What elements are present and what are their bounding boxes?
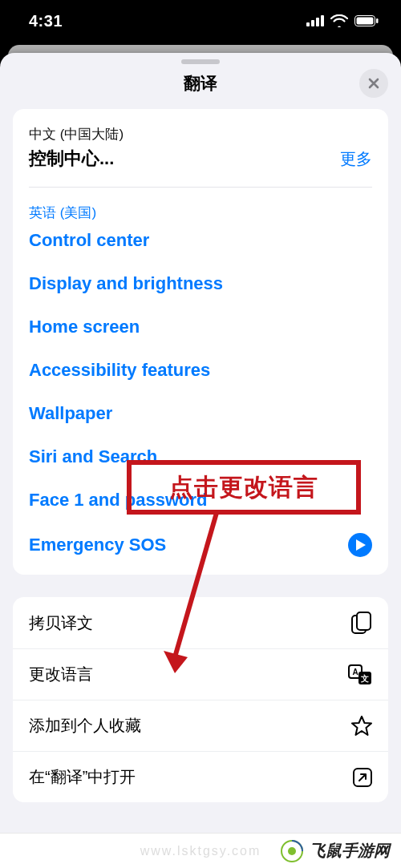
add-favorite-row[interactable]: 添加到个人收藏 [13,700,388,751]
dest-language-label: 英语 (美国) [29,204,372,222]
action-label: 在“翻译”中打开 [29,766,136,788]
play-icon [356,539,366,551]
card-divider [29,187,372,188]
play-audio-button[interactable] [348,533,372,557]
action-label: 拷贝译文 [29,612,93,634]
action-label: 更改语言 [29,664,93,685]
translation-item: Home screen [29,317,372,337]
watermark-brand: 飞鼠手游网 [310,840,390,862]
change-language-row[interactable]: 更改语言 A文 [13,648,388,700]
svg-rect-6 [376,18,379,23]
translation-item: Wallpaper [29,403,372,424]
svg-text:文: 文 [360,674,369,683]
svg-rect-8 [357,612,371,630]
status-indicators [306,14,379,27]
svg-rect-0 [306,22,310,26]
copy-translation-row[interactable]: 拷贝译文 [13,597,388,648]
svg-rect-3 [321,15,324,26]
translation-item: Emergency SOS [29,535,166,555]
battery-icon [354,15,379,26]
sheet-title: 翻译 [0,72,401,95]
watermark-bar: www.lsktgsy.com 飞鼠手游网 [0,833,401,868]
svg-text:A: A [352,668,358,676]
more-button[interactable]: 更多 [340,148,372,170]
source-language-label: 中文 (中国大陆) [29,125,372,143]
action-list: 拷贝译文 更改语言 A文 添加到个人收藏 在“翻译”中打开 [13,597,388,802]
star-icon [351,716,372,737]
translation-item: Control center [29,230,372,251]
source-text: 控制中心... [29,147,114,171]
watermark-url: www.lsktgsy.com [140,844,261,858]
svg-rect-2 [316,18,319,26]
svg-rect-5 [357,18,374,25]
svg-point-17 [288,847,296,855]
open-in-translate-row[interactable]: 在“翻译”中打开 [13,751,388,802]
copy-icon [351,612,372,634]
translate-icon: A文 [348,664,372,685]
annotation-text: 点击更改语言 [169,471,318,504]
svg-rect-1 [311,20,314,26]
sheet-header: 翻译 [0,64,401,109]
status-bar: 4:31 [0,0,401,42]
translation-item: Accessibility features [29,360,372,381]
translation-item: Display and brightness [29,273,372,294]
open-external-icon [353,768,372,787]
status-time: 4:31 [29,12,63,30]
close-icon [367,77,380,90]
watermark-logo-icon [281,840,303,862]
signal-icon [306,15,324,26]
wifi-icon [330,14,348,27]
annotation-callout: 点击更改语言 [127,460,361,515]
action-label: 添加到个人收藏 [29,715,141,737]
close-button[interactable] [359,69,388,98]
